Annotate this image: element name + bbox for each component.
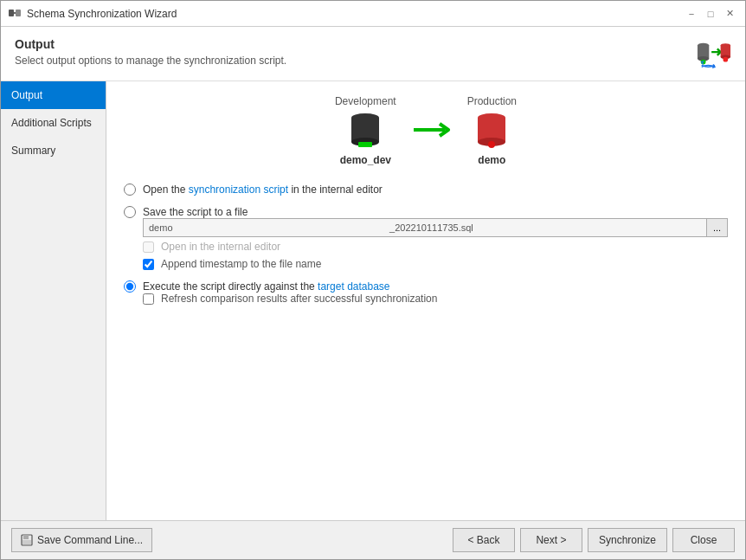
file-browse-button[interactable]: ... [707, 218, 728, 237]
radio-save-file-label: Save the script to a file [143, 206, 248, 218]
save-command-line-button[interactable]: Save Command Line... [11, 528, 152, 552]
svg-rect-20 [23, 540, 31, 544]
source-db-icon [350, 111, 381, 151]
svg-point-17 [488, 141, 495, 148]
sub-options-file: Open in the internal editor Append times… [143, 241, 728, 270]
header-title: Output [15, 37, 286, 51]
sidebar: Output Additional Scripts Summary [1, 81, 106, 520]
radio-execute-script-label: Execute the script directly against the … [143, 280, 390, 293]
options-section: Open the synchronization script in the i… [124, 183, 728, 305]
target-label: Production [467, 95, 517, 107]
close-window-button[interactable]: ✕ [721, 5, 738, 23]
main-content: Output Additional Scripts Summary Develo… [1, 81, 745, 520]
open-editor-checkbox[interactable] [143, 241, 154, 253]
open-editor-checkbox-label: Open in the internal editor [161, 241, 280, 253]
close-button[interactable]: Close [672, 528, 735, 552]
header-subtitle: Select output options to manage the sync… [15, 55, 286, 67]
header-icon-area [697, 37, 731, 72]
arrow-icon [410, 117, 453, 143]
append-timestamp-label: Append timestamp to the file name [161, 258, 321, 270]
radio-execute-script[interactable] [124, 280, 136, 293]
footer: Save Command Line... < Back Next > Synch… [1, 520, 745, 559]
checkbox-append-timestamp: Append timestamp to the file name [143, 258, 728, 270]
source-db: Development demo_dev [335, 95, 396, 166]
sidebar-item-additional-scripts[interactable]: Additional Scripts [1, 109, 106, 137]
back-button[interactable]: < Back [453, 528, 515, 552]
refresh-results-label: Refresh comparison results after success… [161, 293, 437, 305]
checkbox-open-editor: Open in the internal editor [143, 241, 728, 253]
content-area: Development demo_dev [106, 81, 745, 520]
synchronize-button[interactable]: Synchronize [588, 528, 667, 552]
target-name: demo [478, 154, 505, 166]
svg-point-9 [723, 57, 728, 62]
checkbox-refresh-results: Refresh comparison results after success… [143, 293, 728, 305]
radio-option-3-wrapper: Execute the script directly against the … [124, 280, 728, 305]
header-text: Output Select output options to manage t… [15, 37, 286, 67]
radio-open-editor[interactable] [124, 183, 136, 196]
target-db: Production demo [467, 95, 517, 166]
db-diagram: Development demo_dev [124, 95, 728, 166]
header: Output Select output options to manage t… [1, 27, 745, 81]
window-icon [8, 7, 22, 21]
sync-diagram-icon [697, 38, 731, 71]
sidebar-item-summary[interactable]: Summary [1, 137, 106, 164]
radio-option-1: Open the synchronization script in the i… [124, 183, 728, 196]
title-bar-buttons: − □ ✕ [683, 5, 738, 23]
svg-rect-0 [9, 10, 14, 16]
svg-rect-1 [16, 10, 21, 16]
target-db-icon [476, 111, 507, 151]
save-icon [21, 534, 33, 546]
sub-options-execute: Refresh comparison results after success… [143, 293, 728, 305]
main-window: Schema Synchronization Wizard − □ ✕ Outp… [0, 0, 746, 560]
title-bar-left: Schema Synchronization Wizard [8, 7, 177, 21]
maximize-button[interactable]: □ [702, 5, 719, 23]
footer-right: < Back Next > Synchronize Close [453, 528, 735, 552]
radio-save-file[interactable] [124, 206, 136, 218]
source-label: Development [335, 95, 396, 107]
minimize-button[interactable]: − [683, 5, 700, 23]
file-path-input[interactable] [143, 218, 707, 237]
append-timestamp-checkbox[interactable] [143, 259, 154, 270]
file-path-row: ... [143, 218, 728, 237]
refresh-results-checkbox[interactable] [143, 293, 154, 305]
radio-option-3: Execute the script directly against the … [124, 280, 728, 293]
source-name: demo_dev [340, 154, 391, 166]
radio-option-2-wrapper: Save the script to a file ... Open in [124, 206, 728, 270]
window-title: Schema Synchronization Wizard [27, 8, 177, 20]
radio-option-2: Save the script to a file [124, 206, 728, 218]
title-bar: Schema Synchronization Wizard − □ ✕ [1, 1, 745, 27]
footer-left: Save Command Line... [11, 528, 152, 552]
svg-rect-13 [358, 142, 372, 147]
radio-open-editor-label: Open the synchronization script in the i… [143, 183, 383, 196]
sidebar-item-output[interactable]: Output [1, 81, 106, 109]
arrow-area [410, 117, 453, 145]
svg-rect-19 [23, 535, 29, 539]
next-button[interactable]: Next > [520, 528, 582, 552]
